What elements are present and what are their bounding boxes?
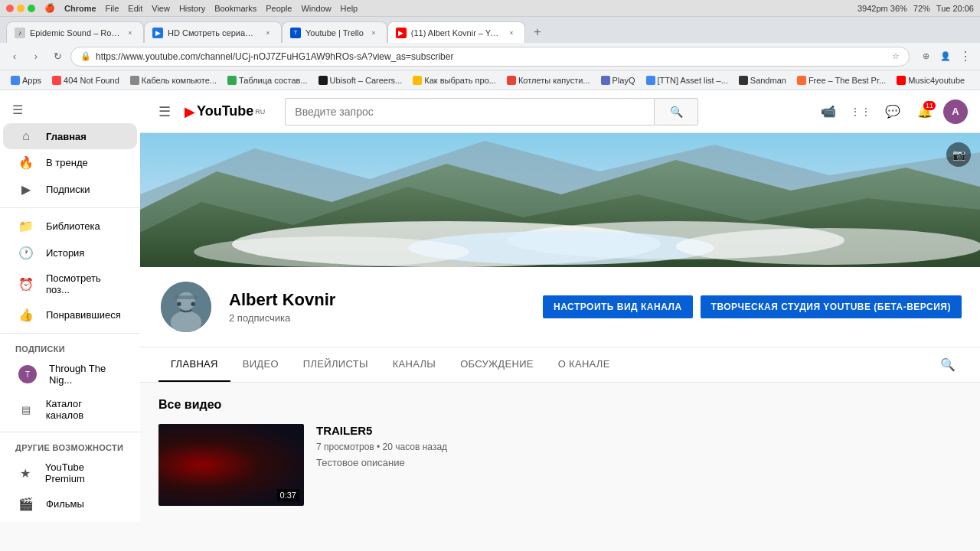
video-list-item[interactable]: 0:37 TRAILER5 7 просмотров • 20 часов на… [158,424,962,506]
star-icon[interactable]: ☆ [892,51,900,61]
creative-studio-button[interactable]: ТВОРЧЕСКАЯ СТУДИЯ YOUTUBE (БЕТА-ВЕРСИЯ) [701,295,962,318]
bookmark-music4yt[interactable]: Music4youtube [892,74,969,86]
bookmark-apps[interactable]: Apps [6,74,46,86]
chrome-menu[interactable]: Chrome [64,4,96,13]
sidebar-item-subscriptions[interactable]: ▶ Подписки [3,176,137,203]
more-button[interactable]: ⋮ [957,48,974,65]
youtube-logo: ▶ YouTube RU [185,103,265,120]
all-videos-title: Все видео [158,398,962,412]
browser-right-icons: ⊕ 👤 ⋮ [917,48,974,65]
bookmark10-icon [797,76,806,85]
bookmark-choose[interactable]: Как выбрать про... [408,74,501,86]
chat-button[interactable]: 💬 [879,98,906,126]
bookmark-playq[interactable]: PlayQ [596,74,640,86]
video-title[interactable]: TRAILER5 [316,424,962,437]
tab3-close[interactable]: × [368,28,379,38]
tab1-label: Epidemic Sound – Royalty Fre... [30,28,120,37]
header-menu-button[interactable]: ☰ [152,97,177,126]
tab4-close[interactable]: × [506,28,517,38]
bookmark-free[interactable]: Free – The Best Pr... [792,74,890,86]
through-nig-label: Through The Nig... [49,363,122,386]
address-bar[interactable]: 🔒 https://www.youtube.com/channel/UCj-nO… [70,47,910,67]
upload-button[interactable]: 📹 [815,98,842,126]
forward-button[interactable]: › [28,48,44,65]
tab2-close[interactable]: × [263,28,273,38]
apple-menu[interactable]: 🍎 [44,3,55,13]
tab-channels[interactable]: КАНАЛЫ [381,347,448,382]
view-menu[interactable]: View [152,4,170,13]
file-menu[interactable]: File [106,4,119,13]
refresh-button[interactable]: ↻ [49,48,66,65]
channel-info-row: Albert Kovnir 2 подписчика НАСТРОИТЬ ВИД… [140,267,980,347]
tab-main[interactable]: ГЛАВНАЯ [158,347,230,382]
edit-menu[interactable]: Edit [128,4,142,13]
browser-tab-4[interactable]: ▶ (11) Albert Kovnir – YouTube × [387,21,525,43]
tab1-favicon: ♪ [15,28,25,38]
browser-tab-1[interactable]: ♪ Epidemic Sound – Royalty Fre... × [6,21,144,43]
mac-window-controls[interactable] [6,5,35,12]
video-thumbnail[interactable]: 0:37 [158,424,304,506]
minimize-dot[interactable] [17,5,24,12]
bookmark-cable[interactable]: Кабель компьюте... [126,74,221,86]
avatar-image [161,279,211,334]
bookmark-ubisoft[interactable]: Ubisoft – Careers... [314,74,407,86]
bookmark10-label: Free – The Best Pr... [808,76,886,85]
sidebar-item-trending[interactable]: 🔥 В тренде [3,149,137,176]
sidebar-item-catalog[interactable]: ▤ Каталог каналов [3,392,137,427]
bookmarks-menu[interactable]: Bookmarks [214,4,256,13]
help-menu[interactable]: Help [341,4,358,13]
search-button[interactable]: 🔍 [654,98,698,126]
bookmark-404[interactable]: 404 Not Found [47,74,124,86]
tab-about[interactable]: О КАНАЛЕ [546,347,622,382]
notifications-button[interactable]: 🔔 11 [911,98,939,126]
banner-camera-button[interactable]: 📷 [946,142,971,167]
sidebar-item-movies[interactable]: 🎬 Фильмы [3,491,137,517]
back-button[interactable]: ‹ [6,48,23,65]
bookmark-kotlet[interactable]: Котлеты капусти... [502,74,595,86]
tab-discussion[interactable]: ОБСУЖДЕНИЕ [448,347,546,382]
sidebar-item-through-nig[interactable]: T Through The Nig... [3,357,137,392]
bookmark-table[interactable]: Таблица состав... [223,74,312,86]
sidebar-item-history[interactable]: 🕐 История [3,240,137,266]
sidebar-menu-button[interactable]: ☰ [0,96,140,123]
svg-point-13 [191,302,195,307]
tab-playlists[interactable]: ПЛЕЙЛИСТЫ [291,347,381,382]
sidebar-item-library[interactable]: 📁 Библиотека [3,213,137,240]
tab1-close[interactable]: × [125,28,136,38]
sidebar-history-label: История [46,247,84,259]
sidebar-item-home[interactable]: ⌂ Главная [3,123,137,149]
sidebar-item-liked[interactable]: 👍 Понравившиеся [3,302,137,328]
bookmark-sandman[interactable]: Sandman [734,74,791,86]
sidebar-later-label: Посмотреть поз... [46,272,122,295]
video-meta: 7 просмотров • 20 часов назад [316,442,962,452]
bookmark11-icon [897,76,906,85]
bookmark2-label: Кабель компьюте... [142,76,217,85]
maximize-dot[interactable] [28,5,35,12]
people-menu[interactable]: People [266,4,292,13]
bookmark1-label: 404 Not Found [64,76,119,85]
bookmark8-icon [646,76,655,85]
sidebar-item-premium[interactable]: ★ YouTube Premium [3,455,137,491]
search-input[interactable] [285,98,654,126]
apps-grid-button[interactable]: ⋮⋮ [847,98,874,126]
sidebar-item-watch-later[interactable]: ⏰ Посмотреть поз... [3,266,137,302]
bookmark-ttn[interactable]: [TTN] Asset list –... [642,74,733,86]
profile-button[interactable]: 👤 [937,48,954,65]
new-tab-button[interactable]: + [528,23,547,41]
channel-search-button[interactable]: 🔍 [934,351,962,378]
browser-tab-3[interactable]: T Youtube | Trello × [282,21,387,43]
extensions-button[interactable]: ⊕ [917,48,934,65]
tab-videos[interactable]: ВИДЕО [230,347,291,382]
mac-topbar: 🍎 Chrome File Edit View History Bookmark… [0,0,980,17]
history-menu[interactable]: History [179,4,205,13]
close-dot[interactable] [6,5,14,12]
bookmark3-icon [227,76,237,85]
videos-section: Все видео 0:37 TRAILER5 7 просмотров • 2… [140,383,980,522]
user-avatar-button[interactable]: A [943,99,968,124]
search-bar[interactable]: 🔍 [285,98,698,126]
bookmark9-label: Sandman [750,76,786,85]
window-menu[interactable]: Window [301,4,331,13]
edit-channel-button[interactable]: НАСТРОИТЬ ВИД КАНАЛА [543,295,693,318]
browser-tab-2[interactable]: ▶ HD Смотреть сериал Чернобыл... × [144,21,282,43]
sidebar-item-games[interactable]: 🎮 Видеоигры [3,517,137,522]
